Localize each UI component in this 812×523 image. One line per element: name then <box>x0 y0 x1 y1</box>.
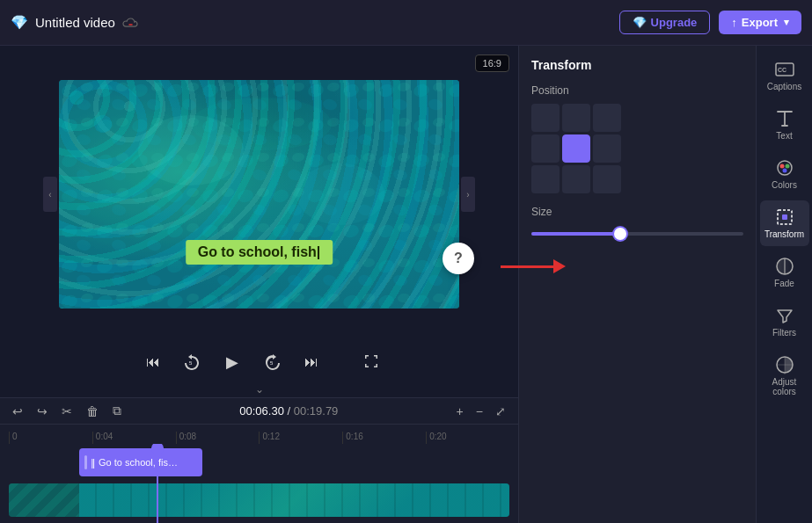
ruler-mark-1: 0:04 <box>92 432 176 444</box>
undo-button[interactable]: ↩ <box>9 403 26 420</box>
video-clip-before[interactable] <box>9 483 79 517</box>
upgrade-button[interactable]: 💎 Upgrade <box>619 11 711 34</box>
colors-label: Colors <box>772 180 797 190</box>
project-title: Untitled video <box>35 15 115 30</box>
svg-point-12 <box>778 161 792 175</box>
red-arrow-indicator <box>501 259 566 273</box>
svg-text:5: 5 <box>189 360 193 366</box>
header-right: 💎 Upgrade ↑ Export ▾ <box>619 11 801 34</box>
pos-cell-5[interactable] <box>593 134 621 163</box>
filters-label: Filters <box>772 328 796 338</box>
size-slider-container <box>531 225 743 243</box>
duplicate-button[interactable]: ⧉ <box>109 402 125 420</box>
svg-point-14 <box>785 164 789 169</box>
svg-point-15 <box>782 169 786 173</box>
svg-point-6 <box>296 163 384 225</box>
playback-controls: ⏮ 5 ▶ 5 ⏭ <box>0 343 518 381</box>
sidebar-item-filters[interactable]: Filters <box>760 299 809 345</box>
sidebar-item-adjust-colors[interactable]: Adjust colors <box>760 348 809 403</box>
size-label: Size <box>531 206 743 218</box>
nav-arrow-left[interactable]: ‹ <box>43 177 57 212</box>
caption-overlay: Go to school, fish| <box>186 240 333 265</box>
timeline-tracks: ‖ Go to school, fis… <box>0 444 518 523</box>
time-total: 00:19.79 <box>294 404 339 418</box>
main-area: 16:9 ‹ <box>0 46 812 523</box>
upgrade-diamond-icon: 💎 <box>633 16 647 29</box>
size-slider-thumb[interactable] <box>614 228 626 240</box>
pos-cell-2[interactable] <box>593 104 621 132</box>
timeline-zoom-controls: + − ⤢ <box>453 403 509 420</box>
size-section: Size <box>531 206 743 243</box>
time-current: 00:06.30 <box>239 404 284 418</box>
timeline-toolbar: ↩ ↪ ✂ 🗑 ⧉ 00:06.30 / 00:19.79 + − ⤢ <box>0 398 518 425</box>
cc-icon: CC <box>775 60 794 79</box>
timeline-ruler: 0 0:04 0:08 0:12 0:16 0:20 <box>0 425 518 444</box>
captions-label: Captions <box>767 82 801 91</box>
fullscreen-button[interactable] <box>364 354 378 371</box>
help-button[interactable]: ? <box>443 243 474 274</box>
adjust-colors-icon <box>775 355 794 374</box>
collapse-row: ⌄ <box>0 381 518 397</box>
sidebar-item-captions[interactable]: CC Captions <box>760 53 809 98</box>
text-icon <box>775 109 794 128</box>
transform-panel-content: Transform Position Size <box>519 46 756 523</box>
zoom-fit-button[interactable]: ⤢ <box>492 403 509 420</box>
diamond-icon: 💎 <box>11 14 28 31</box>
svg-point-7 <box>191 98 332 150</box>
pos-cell-4[interactable] <box>562 134 590 163</box>
play-button[interactable]: ▶ <box>218 348 246 376</box>
transform-icon <box>775 207 794 227</box>
ruler-mark-3: 0:12 <box>259 432 342 444</box>
ruler-marks: 0 0:04 0:08 0:12 0:16 0:20 <box>9 432 509 444</box>
sidebar-item-transform[interactable]: Transform <box>760 200 809 246</box>
caption-track: ‖ Go to school, fis… <box>9 448 509 476</box>
pos-cell-8[interactable] <box>593 165 621 193</box>
caption-clip-label: ‖ Go to school, fis… <box>91 457 178 469</box>
caption-clip[interactable]: ‖ Go to school, fis… <box>79 448 202 476</box>
panel-title: Transform <box>531 58 743 72</box>
size-slider-track[interactable] <box>531 232 743 236</box>
header: 💎 Untitled video 💎 Upgrade ↑ Export ▾ <box>0 0 812 46</box>
svg-text:5: 5 <box>270 360 274 366</box>
sidebar-item-fade[interactable]: Fade <box>760 250 809 295</box>
skip-back-button[interactable]: ⏮ <box>141 350 165 374</box>
svg-rect-17 <box>782 214 787 220</box>
ruler-mark-2: 0:08 <box>176 432 260 444</box>
pos-cell-1[interactable] <box>562 104 590 132</box>
delete-button[interactable]: 🗑 <box>83 403 102 420</box>
sidebar-item-colors[interactable]: Colors <box>760 151 809 197</box>
video-canvas-wrapper: ‹ <box>59 80 459 309</box>
ruler-mark-0: 0 <box>9 432 92 444</box>
size-slider-fill <box>531 232 620 236</box>
arrow-head <box>553 259 566 273</box>
playhead[interactable] <box>157 444 158 523</box>
video-clip-main[interactable] <box>79 483 509 517</box>
cut-button[interactable]: ✂ <box>58 403 76 420</box>
zoom-out-button[interactable]: − <box>472 403 486 420</box>
video-clip-pattern <box>79 483 509 517</box>
arrow-line <box>501 265 553 268</box>
ruler-mark-4: 0:16 <box>342 432 426 444</box>
time-display: 00:06.30 / 00:19.79 <box>239 404 338 418</box>
forward-5s-button[interactable]: 5 <box>260 350 285 374</box>
video-background <box>59 80 459 309</box>
video-canvas: Go to school, fish| <box>59 80 459 309</box>
pos-cell-7[interactable] <box>562 165 590 193</box>
collapse-button[interactable]: ⌄ <box>255 383 264 396</box>
skip-forward-button[interactable]: ⏭ <box>299 350 324 374</box>
video-track <box>9 483 509 517</box>
rewind-5s-button[interactable]: 5 <box>179 350 204 374</box>
editor-area: 16:9 ‹ <box>0 46 518 523</box>
pos-cell-3[interactable] <box>531 134 560 163</box>
export-button[interactable]: ↑ Export ▾ <box>719 11 801 34</box>
time-separator: / <box>288 404 294 418</box>
export-chevron-icon: ▾ <box>784 17 789 28</box>
ruler-mark-5: 0:20 <box>426 432 509 444</box>
redo-button[interactable]: ↪ <box>33 403 51 420</box>
pos-cell-0[interactable] <box>531 104 560 132</box>
nav-arrow-right[interactable]: › <box>461 177 475 212</box>
sidebar-item-text[interactable]: Text <box>760 102 809 148</box>
transform-panel: Transform Position Size <box>518 46 756 523</box>
add-media-button[interactable]: + <box>453 403 467 420</box>
pos-cell-6[interactable] <box>531 165 560 193</box>
